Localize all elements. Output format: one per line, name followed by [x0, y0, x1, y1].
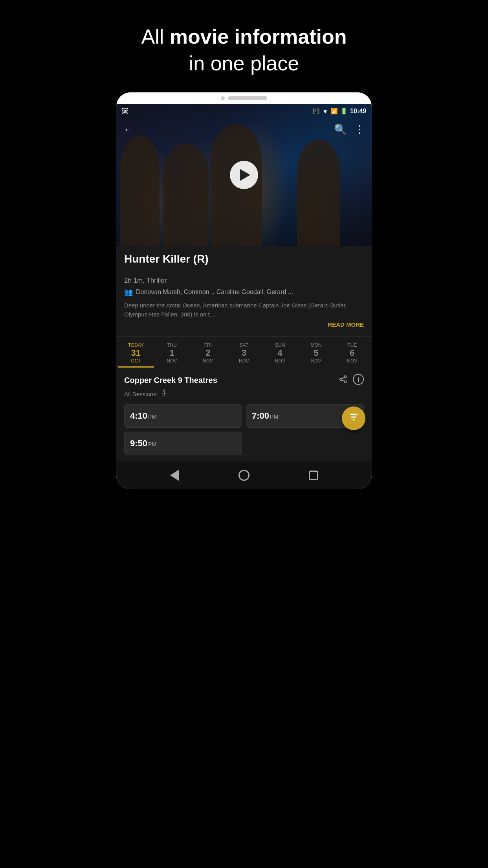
movie-duration: 2h 1m, Thriller — [124, 277, 364, 285]
showtime-btn-410[interactable]: 4:10 PM — [124, 404, 242, 428]
header-text-line2: in one place — [189, 52, 299, 75]
date-tab-2-nov[interactable]: FRI 2 NOV — [190, 337, 226, 368]
tab-number: 4 — [278, 349, 283, 357]
tab-label: THU — [167, 342, 177, 348]
svg-point-1 — [340, 378, 342, 381]
tab-month: NOV — [167, 358, 177, 364]
date-tab-1-nov[interactable]: THU 1 NOV — [154, 337, 190, 368]
theatre-actions: i — [339, 374, 364, 387]
showtime-time: 7:00 — [252, 411, 269, 421]
home-nav-button[interactable] — [237, 469, 251, 482]
tab-month: NOV — [239, 358, 249, 364]
tab-label: FRI — [204, 342, 212, 348]
phone-notch — [221, 96, 267, 100]
theatre-name: Copper Creek 9 Theatres — [124, 376, 217, 385]
tab-month: NOV — [275, 358, 285, 364]
showtime-ampm: PM — [148, 441, 156, 447]
play-button[interactable] — [230, 161, 258, 189]
theatre-header: Copper Creek 9 Theatres i — [124, 374, 364, 387]
back-button[interactable]: ← — [123, 123, 134, 136]
cast-icon: 👥 — [124, 288, 133, 296]
share-button[interactable] — [339, 375, 347, 386]
svg-point-0 — [344, 376, 347, 378]
bottom-navigation — [116, 462, 372, 489]
back-triangle-icon — [170, 470, 179, 481]
nav-right-actions: 🔍 ⋮ — [334, 123, 365, 136]
date-tab-6-nov[interactable]: TUE 6 NOV — [334, 337, 370, 368]
more-button[interactable]: ⋮ — [354, 123, 365, 136]
showtime-time: 4:10 — [130, 411, 147, 421]
tab-label: TODAY — [128, 342, 144, 348]
phone-mockup: 🖼 📳 ▼ 📶 🔋 10:49 ← 🔍 ⋮ Hunter Killer (R) — [116, 92, 372, 489]
accessibility-icon — [160, 389, 168, 399]
cast-figure-4 — [297, 140, 340, 246]
movie-meta: 2h 1m, Thriller 👥 Donovan Marsh, Common … — [124, 271, 364, 337]
filter-fab[interactable] — [342, 406, 365, 430]
date-tab-5-nov[interactable]: MON 5 NOV — [298, 337, 334, 368]
theatre-section: Copper Creek 9 Theatres i — [116, 368, 372, 462]
tab-number: 31 — [131, 349, 141, 357]
movie-title: Hunter Killer (R) — [124, 253, 364, 265]
home-circle-icon — [238, 470, 250, 481]
notch-dot — [221, 96, 225, 100]
theatre-container: Copper Creek 9 Theatres i — [116, 368, 372, 462]
status-time: 10:49 — [350, 108, 366, 115]
recents-square-icon — [309, 471, 318, 480]
sessions-label: All Sessions: — [124, 389, 364, 399]
tab-label: SAT — [240, 342, 248, 348]
tab-label: SUN — [275, 342, 285, 348]
cast-figure-1 — [120, 136, 160, 246]
tab-month: NOV — [203, 358, 213, 364]
date-tabs: TODAY 31 OCT THU 1 NOV FRI 2 NOV SAT 3 N… — [116, 337, 372, 368]
cast-names: Donovan Marsh, Common ., Caroline Goodal… — [136, 289, 293, 296]
sessions-text: All Sessions: — [124, 391, 158, 397]
movie-hero: 🖼 📳 ▼ 📶 🔋 10:49 ← 🔍 ⋮ — [116, 104, 372, 246]
movie-cast: 👥 Donovan Marsh, Common ., Caroline Good… — [124, 288, 364, 296]
status-right: 📳 ▼ 📶 🔋 10:49 — [312, 108, 366, 115]
recents-nav-button[interactable] — [307, 469, 320, 482]
tab-number: 2 — [205, 349, 210, 357]
filter-icon — [348, 412, 359, 425]
header-text-line1: All — [141, 25, 170, 48]
tab-number: 1 — [169, 349, 174, 357]
date-tab-31-oct[interactable]: TODAY 31 OCT — [118, 337, 154, 368]
svg-point-2 — [344, 381, 347, 383]
movie-nav-bar: ← 🔍 ⋮ — [116, 118, 372, 140]
showtime-grid: 4:10 PM 7:00 PM 9:50 PM — [124, 404, 364, 455]
vibrate-icon: 📳 — [312, 108, 320, 115]
read-more-button[interactable]: READ MORE — [124, 321, 364, 333]
status-bar: 🖼 📳 ▼ 📶 🔋 10:49 — [116, 104, 372, 118]
image-icon: 🖼 — [122, 108, 128, 115]
tab-month: NOV — [347, 358, 357, 364]
info-button[interactable]: i — [353, 374, 364, 387]
phone-top-bar — [116, 92, 372, 104]
status-left: 🖼 — [122, 108, 130, 115]
battery-icon: 🔋 — [340, 108, 348, 115]
tab-number: 6 — [350, 349, 354, 357]
svg-line-3 — [342, 380, 344, 382]
showtime-btn-950[interactable]: 9:50 PM — [124, 432, 242, 455]
tab-label: MON — [310, 342, 321, 348]
showtime-time: 9:50 — [130, 438, 147, 449]
tab-month: OCT — [131, 358, 141, 364]
tab-month: NOV — [311, 358, 321, 364]
date-tab-3-nov[interactable]: SAT 3 NOV — [226, 337, 262, 368]
signal-icon: 📶 — [330, 108, 338, 115]
svg-point-7 — [163, 390, 165, 391]
tab-label: TUE — [347, 342, 357, 348]
tab-number: 3 — [242, 349, 246, 357]
notch-pill — [228, 96, 267, 100]
header-bold-text: movie information — [170, 25, 347, 48]
wifi-icon: ▼ — [322, 108, 328, 115]
cast-figure-2 — [163, 143, 209, 246]
play-triangle-icon — [240, 169, 250, 181]
showtime-ampm: PM — [270, 414, 278, 420]
tab-number: 5 — [314, 349, 318, 357]
date-tab-4-nov[interactable]: SUN 4 NOV — [262, 337, 298, 368]
search-button[interactable]: 🔍 — [334, 123, 347, 136]
svg-text:i: i — [358, 376, 359, 383]
back-nav-button[interactable] — [168, 469, 181, 482]
showtime-ampm: PM — [148, 414, 156, 420]
svg-line-4 — [342, 377, 344, 379]
movie-info-section: Hunter Killer (R) 2h 1m, Thriller 👥 Dono… — [116, 246, 372, 337]
